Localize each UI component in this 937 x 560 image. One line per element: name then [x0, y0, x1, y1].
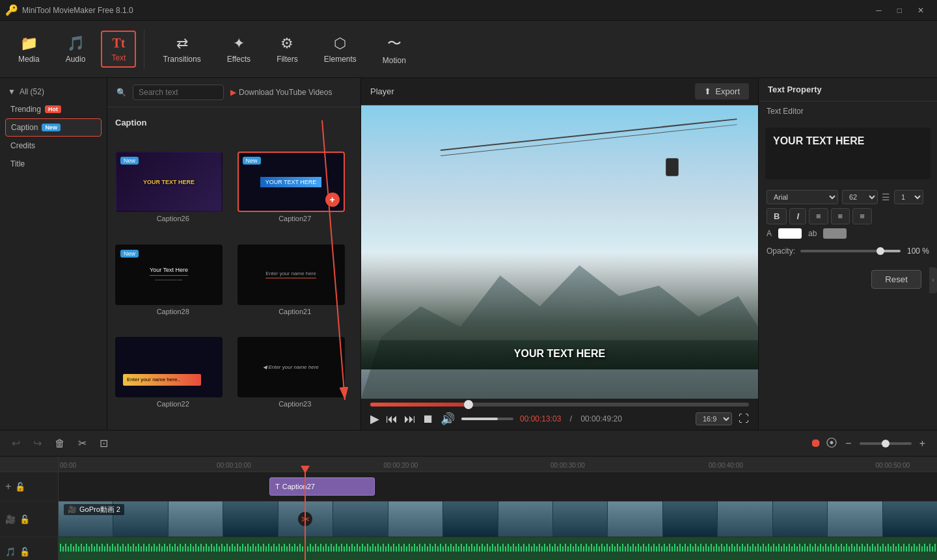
caption-item-22[interactable]: Enter your name here.. Caption22 [115, 337, 231, 423]
caption-badge: New [42, 124, 61, 131]
caption-item-23[interactable]: ◀ Enter your name here Caption23 [238, 337, 353, 423]
svg-rect-2 [59, 537, 937, 560]
caption23-thumb[interactable]: ◀ Enter your name here [238, 337, 345, 397]
redo-button[interactable]: ↪ [29, 435, 46, 451]
collapse-handle[interactable]: › [929, 267, 937, 293]
sidebar-item-title[interactable]: Title [0, 155, 107, 173]
aspect-ratio-select[interactable]: 16:9 9:16 1:1 [696, 412, 732, 425]
video-clip-label: 🎥 GoPro動画 2 [64, 504, 124, 515]
caption-item-28[interactable]: New Your Text Here ~~~~~~~~~ Caption28 [115, 245, 231, 330]
caption28-thumb[interactable]: New Your Text Here ~~~~~~~~~ [115, 245, 223, 305]
reset-button[interactable]: Reset [871, 270, 921, 289]
font-size-select[interactable]: 62 48 72 [842, 190, 878, 204]
progress-bar[interactable] [370, 403, 749, 407]
add-caption27-button[interactable]: + [325, 193, 340, 207]
caption-item-26[interactable]: New YOUR TEXT HERE Caption26 [115, 152, 231, 237]
caption27-clip[interactable]: T Caption27 [269, 477, 375, 496]
export-button[interactable]: ⬆ Export [695, 83, 749, 100]
font-select[interactable]: Arial Times New Roman [767, 190, 838, 204]
toolbar-motion[interactable]: 〜 Motion [372, 29, 416, 70]
opacity-row: Opacity: 100 % [759, 243, 937, 260]
lock-icon-video[interactable]: 🔓 [20, 514, 30, 524]
play-button[interactable]: ▶ [370, 412, 379, 426]
italic-button[interactable]: I [789, 208, 806, 224]
font-color-swatch[interactable] [778, 228, 802, 239]
text-icon: Tt [112, 36, 125, 51]
lock-icon-caption[interactable]: 🔓 [15, 482, 25, 492]
sidebar-item-trending[interactable]: Trending Hot [0, 100, 107, 118]
toolbar-filters[interactable]: ⚙ Filters [266, 30, 308, 69]
align-right-button[interactable]: ≡ [852, 208, 872, 224]
center-panel-header: 🔍 ▶ Download YouTube Videos [107, 78, 360, 107]
stop-button[interactable]: ⏹ [422, 412, 434, 426]
audio-track-area [59, 537, 937, 560]
toolbar-divider-1 [144, 30, 144, 69]
crop-button[interactable]: ⊡ [96, 435, 112, 451]
video-clip[interactable]: 🎥 GoPro動画 2 [59, 501, 937, 537]
undo-button[interactable]: ↩ [8, 435, 24, 451]
search-input[interactable] [133, 85, 224, 100]
color-row: A ab [759, 224, 937, 243]
zoom-controls: ⏺ ⦿ − + [810, 436, 929, 451]
sidebar-item-credits[interactable]: Credits [0, 137, 107, 155]
caption22-thumb[interactable]: Enter your name here.. [115, 337, 223, 397]
volume-bar[interactable] [461, 418, 513, 420]
youtube-download-button[interactable]: ▶ Download YouTube Videos [230, 88, 332, 97]
cut-scissors-icon: ✂ [298, 512, 312, 526]
lock-icon-audio[interactable]: 🔓 [20, 547, 30, 557]
volume-button[interactable]: 🔊 [441, 412, 455, 426]
prev-button[interactable]: ⏮ [386, 412, 398, 426]
motion-icon: 〜 [387, 34, 401, 53]
cut-button[interactable]: ✂ [74, 435, 90, 451]
delete-button[interactable]: 🗑 [51, 436, 69, 451]
caption27-thumb[interactable]: New YOUR TEXT HERE + [238, 152, 345, 212]
titlebar: 🔑 MiniTool MovieMaker Free 8.1.0 ─ □ ✕ [0, 0, 937, 21]
effects-icon: ✦ [233, 35, 245, 52]
fullscreen-button[interactable]: ⛶ [739, 413, 749, 425]
toolbar-audio[interactable]: 🎵 Audio [55, 30, 96, 69]
add-track-icon[interactable]: + [5, 481, 11, 492]
caption26-thumb[interactable]: New YOUR TEXT HERE [115, 152, 223, 212]
new-badge-26: New [120, 157, 139, 165]
maximize-button[interactable]: □ [889, 3, 910, 18]
zoom-in-button[interactable]: + [916, 436, 929, 451]
align-left-button[interactable]: ≡ [809, 208, 828, 224]
player-controls: ▶ ⏮ ⏭ ⏹ 🔊 00:00:13:03 / 00:00:49:20 16:9… [361, 399, 758, 430]
center-panel: 🔍 ▶ Download YouTube Videos Caption New … [107, 78, 361, 430]
sidebar-item-caption[interactable]: Caption New [5, 118, 102, 137]
timeline-scrollable[interactable]: 00:00 00:00:10:00 00:00:20:00 00:00:30:0… [59, 457, 937, 560]
close-button[interactable]: ✕ [910, 3, 932, 18]
caption-item-27[interactable]: New YOUR TEXT HERE + Caption27 [238, 152, 353, 237]
zoom-slider[interactable] [860, 442, 912, 445]
audio-track-label: 🎵 🔓 [0, 537, 58, 560]
next-button[interactable]: ⏭ [404, 412, 416, 426]
toolbar-media[interactable]: 📁 Media [8, 30, 50, 69]
toolbar-transitions[interactable]: ⇄ Transitions [152, 30, 211, 69]
caption26-name: Caption26 [115, 215, 231, 222]
caption23-name: Caption23 [238, 400, 353, 408]
toolbar-text[interactable]: Tt Text [101, 31, 136, 68]
total-time: 00:00:49:20 [580, 414, 621, 423]
toolbar-elements[interactable]: ⬡ Elements [314, 30, 367, 69]
opacity-slider[interactable] [800, 250, 901, 252]
toolbar-effects[interactable]: ✦ Effects [217, 30, 261, 69]
timeline-ruler: 00:00 00:00:10:00 00:00:20:00 00:00:30:0… [59, 457, 937, 472]
line-spacing-select[interactable]: 1 1.5 2 [894, 190, 923, 204]
caption-item-21[interactable]: Enter your name here Caption21 [238, 245, 353, 330]
bold-button[interactable]: B [767, 208, 787, 224]
outline-label: ab [808, 229, 817, 238]
cut-marker: ✂ [305, 501, 306, 537]
minimize-button[interactable]: ─ [868, 3, 889, 18]
zoom-out-button[interactable]: − [841, 436, 855, 451]
all-categories-header[interactable]: ▼ All (52) [0, 83, 107, 100]
current-time: 00:00:13:03 [520, 414, 561, 423]
text-editor[interactable]: YOUR TEXT HERE [765, 127, 930, 180]
media-icon: 📁 [20, 35, 38, 52]
right-panel-title: Text Property [759, 78, 937, 101]
align-center-button[interactable]: ≡ [831, 208, 850, 224]
player: Player ⬆ Export YOUR TEXT HERE [361, 78, 758, 430]
outline-color-swatch[interactable] [823, 228, 847, 239]
caption-clip-label: Caption27 [282, 483, 315, 490]
progress-thumb[interactable] [464, 400, 473, 409]
caption21-thumb[interactable]: Enter your name here [238, 245, 345, 305]
